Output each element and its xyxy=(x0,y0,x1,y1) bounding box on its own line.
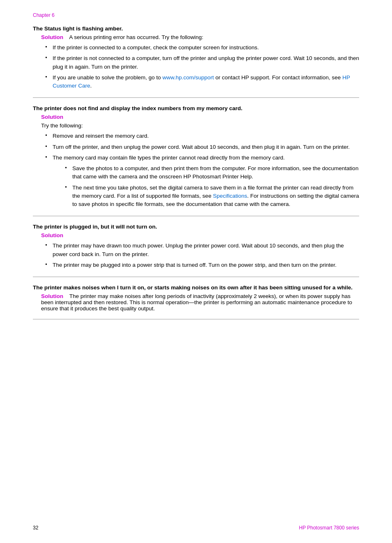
section-status-light: The Status light is flashing amber. Solu… xyxy=(33,25,359,90)
chapter-label: Chapter 6 xyxy=(33,12,359,18)
page-number: 32 xyxy=(33,525,38,531)
page-container: Chapter 6 The Status light is flashing a… xyxy=(0,0,392,543)
specifications-link[interactable]: Specifications xyxy=(213,193,247,199)
section-wont-turn-on: The printer is plugged in, but it will n… xyxy=(33,224,359,269)
section-title-wont-turn-on: The printer is plugged in, but it will n… xyxy=(33,224,359,230)
divider-2 xyxy=(33,216,359,216)
page-footer: 32 HP Photosmart 7800 series xyxy=(33,525,359,531)
bullet-list-wont-turn-on: The printer may have drawn too much powe… xyxy=(33,242,359,269)
list-item: The printer may be plugged into a power … xyxy=(45,261,359,269)
list-item: The next time you take photos, set the d… xyxy=(65,184,359,209)
divider-1 xyxy=(33,97,359,98)
bullet-list-status-light: If the printer is connected to a compute… xyxy=(33,44,359,90)
section-memory-card: The printer does not find and display th… xyxy=(33,105,359,208)
sub-list-memory-card: Save the photos to a computer, and then … xyxy=(53,164,359,208)
list-item: The printer may have drawn too much powe… xyxy=(45,242,359,259)
section-title-memory-card: The printer does not find and display th… xyxy=(33,105,359,111)
solution-label-4: Solution xyxy=(41,293,63,299)
solution-text-4: The printer may make noises after long p… xyxy=(41,293,352,312)
list-item: Turn off the printer, and then unplug th… xyxy=(45,143,359,151)
solution-label-3: Solution xyxy=(41,232,63,238)
section-title-makes-noises: The printer makes noises when I turn it … xyxy=(33,284,359,291)
solution-intro-1: A serious printing error has occurred. T… xyxy=(65,34,203,40)
bullet-list-memory-card: Remove and reinsert the memory card. Tur… xyxy=(33,132,359,208)
list-item: Remove and reinsert the memory card. xyxy=(45,132,359,140)
try-following-text: Try the following: xyxy=(33,122,359,129)
list-item: The memory card may contain file types t… xyxy=(45,154,359,209)
list-item: If you are unable to solve the problem, … xyxy=(45,74,359,90)
section-makes-noises: The printer makes noises when I turn it … xyxy=(33,284,359,312)
divider-4 xyxy=(33,319,359,319)
section-title-status-light: The Status light is flashing amber. xyxy=(33,25,359,32)
divider-3 xyxy=(33,277,359,277)
solution-label-1: Solution xyxy=(41,34,63,40)
product-name: HP Photosmart 7800 series xyxy=(299,525,359,531)
solution-label-2: Solution xyxy=(41,114,63,120)
hp-support-link[interactable]: www.hp.com/support xyxy=(162,74,214,81)
list-item: If the printer is not connected to a com… xyxy=(45,54,359,71)
list-item: Save the photos to a computer, and then … xyxy=(65,164,359,181)
list-item: If the printer is connected to a compute… xyxy=(45,44,359,52)
